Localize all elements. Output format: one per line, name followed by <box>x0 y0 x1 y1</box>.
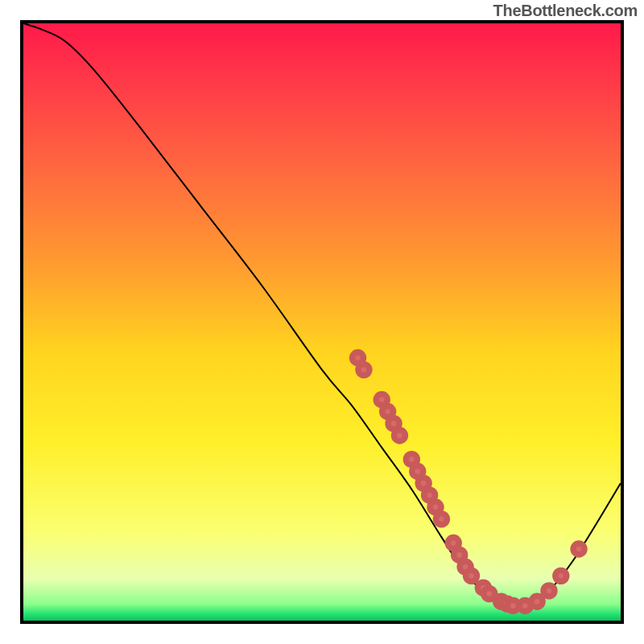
data-point <box>484 588 495 600</box>
data-point <box>436 514 447 525</box>
data-point <box>573 543 584 555</box>
watermark-text: TheBottleneck.com <box>493 2 638 20</box>
curve-path <box>23 23 621 609</box>
data-point <box>531 596 543 607</box>
data-point <box>394 430 405 441</box>
data-point <box>358 364 369 375</box>
data-points <box>353 353 585 612</box>
bottleneck-curve <box>23 23 621 621</box>
data-point <box>466 570 477 581</box>
data-point <box>555 570 567 581</box>
data-point <box>543 585 555 597</box>
chart-frame <box>20 20 624 624</box>
